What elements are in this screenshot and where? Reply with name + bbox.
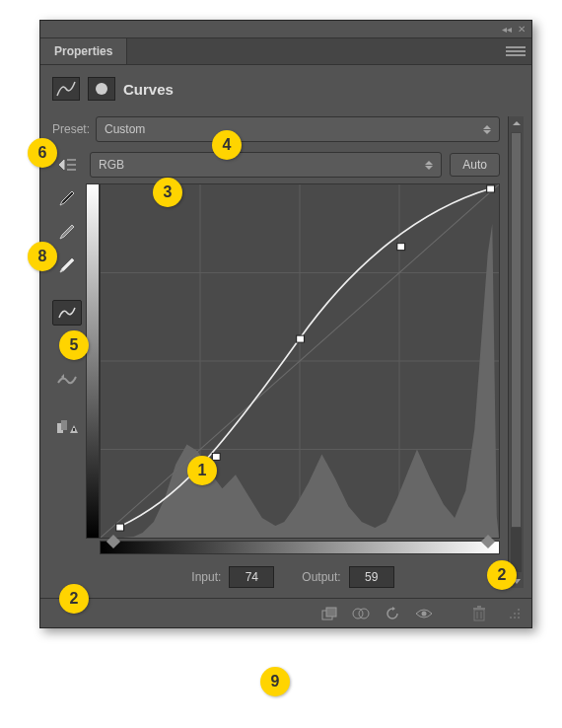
- gray-point-eyedropper-icon[interactable]: [52, 219, 82, 245]
- preset-row: Preset: Custom: [52, 116, 500, 142]
- input-label: Input:: [191, 570, 221, 584]
- svg-rect-22: [473, 608, 485, 610]
- scrollbar-thumb[interactable]: [511, 132, 522, 528]
- callout-4: 4: [212, 130, 242, 160]
- reset-icon[interactable]: [384, 605, 401, 622]
- callout-6: 6: [28, 138, 57, 168]
- view-previous-icon[interactable]: [352, 605, 370, 622]
- svg-rect-14: [397, 244, 405, 251]
- tab-bar: Properties: [40, 38, 531, 65]
- callout-9: 9: [260, 667, 290, 696]
- curves-adjustment-icon[interactable]: [52, 77, 80, 101]
- preset-label: Preset:: [52, 122, 90, 136]
- callout-1: 1: [187, 456, 217, 485]
- curves-graph[interactable]: [100, 183, 500, 539]
- svg-rect-3: [73, 428, 75, 431]
- scroll-up-icon[interactable]: [509, 116, 524, 130]
- channel-dropdown[interactable]: RGB: [90, 152, 442, 178]
- black-point-eyedropper-icon[interactable]: [52, 185, 82, 211]
- properties-panel: ◂◂ ✕ Properties Curves Preset: Custom: [39, 20, 532, 628]
- output-label: Output:: [302, 570, 340, 584]
- output-value-field[interactable]: 59: [349, 566, 394, 588]
- input-output-row: Input: 74 Output: 59: [86, 566, 500, 588]
- svg-rect-15: [487, 185, 495, 192]
- svg-rect-2: [61, 420, 67, 430]
- adjustment-title-row: Curves: [52, 77, 524, 101]
- svg-rect-21: [474, 610, 484, 620]
- svg-rect-17: [326, 608, 336, 617]
- adjustment-title: Curves: [123, 81, 174, 98]
- svg-point-20: [422, 611, 427, 616]
- clip-warning-icon[interactable]: [52, 414, 82, 440]
- chevron-updown-icon: [483, 125, 491, 134]
- svg-point-0: [96, 83, 107, 95]
- svg-point-31: [518, 617, 520, 619]
- point-curve-tool-icon[interactable]: [52, 300, 82, 326]
- svg-rect-13: [297, 335, 305, 342]
- input-value-field[interactable]: 74: [229, 566, 274, 588]
- svg-point-19: [359, 609, 369, 619]
- svg-point-26: [518, 609, 520, 611]
- delete-trash-icon[interactable]: [470, 605, 488, 622]
- vertical-scrollbar[interactable]: [508, 116, 524, 588]
- clip-to-layer-icon[interactable]: [320, 605, 338, 622]
- tab-properties[interactable]: Properties: [40, 38, 127, 64]
- callout-5: 5: [59, 330, 89, 360]
- callout-8: 8: [28, 242, 57, 271]
- mask-icon[interactable]: [88, 77, 115, 101]
- curve-tools-sidebar: [52, 183, 82, 588]
- callout-2a: 2: [59, 584, 89, 614]
- svg-point-18: [353, 609, 363, 619]
- channel-value: RGB: [99, 158, 124, 172]
- svg-rect-12: [212, 453, 220, 460]
- svg-rect-11: [116, 524, 124, 531]
- panel-titlebar: ◂◂ ✕: [40, 21, 531, 38]
- close-icon[interactable]: ✕: [518, 24, 526, 35]
- panel-footer: [40, 598, 531, 627]
- svg-point-29: [510, 617, 512, 619]
- auto-button[interactable]: Auto: [450, 153, 500, 177]
- visibility-eye-icon[interactable]: [415, 605, 433, 622]
- input-gradient-bar[interactable]: [100, 541, 500, 554]
- output-gradient-bar: [86, 183, 100, 539]
- preset-dropdown[interactable]: Custom: [96, 116, 500, 142]
- svg-point-28: [518, 613, 520, 615]
- svg-point-30: [514, 617, 516, 619]
- collapse-icon[interactable]: ◂◂: [502, 24, 512, 35]
- panel-menu-icon[interactable]: [506, 43, 526, 59]
- callout-2b: 2: [487, 560, 517, 590]
- preset-value: Custom: [105, 122, 145, 136]
- channel-row: RGB Auto: [52, 152, 500, 178]
- smooth-curve-icon[interactable]: [52, 367, 82, 393]
- callout-3: 3: [153, 178, 182, 207]
- svg-point-27: [514, 613, 516, 615]
- resize-grip-icon[interactable]: [506, 605, 524, 622]
- svg-rect-23: [477, 606, 481, 608]
- chevron-updown-icon: [425, 161, 433, 170]
